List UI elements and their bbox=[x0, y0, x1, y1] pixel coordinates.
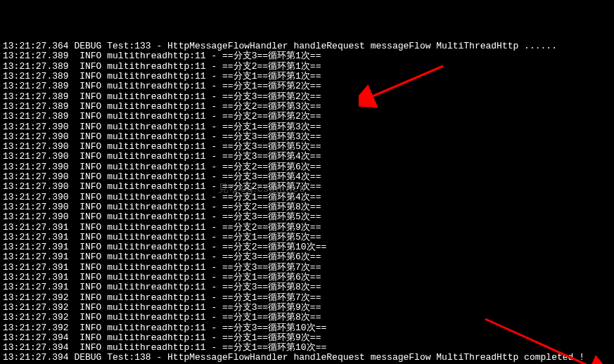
log-line: 13:21:27.390 INFO multithreadhttp:11 - =… bbox=[3, 152, 611, 162]
log-line: 13:21:27.390 INFO multithreadhttp:11 - =… bbox=[3, 182, 611, 192]
log-line: 13:21:27.389 INFO multithreadhttp:11 - =… bbox=[3, 51, 611, 61]
log-line: 13:21:27.391 INFO multithreadhttp:11 - =… bbox=[3, 252, 611, 262]
log-line: 13:21:27.389 INFO multithreadhttp:11 - =… bbox=[3, 72, 611, 82]
log-line: 13:21:27.391 INFO multithreadhttp:11 - =… bbox=[3, 233, 611, 242]
log-line: 13:21:27.391 INFO multithreadhttp:11 - =… bbox=[3, 242, 611, 252]
log-output: 13:21:27.364 DEBUG Test:133 - HttpMessag… bbox=[0, 40, 614, 364]
log-line: 13:21:27.390 INFO multithreadhttp:11 - =… bbox=[3, 202, 611, 212]
log-line: 13:21:27.391 INFO multithreadhttp:11 - =… bbox=[3, 223, 611, 233]
log-line: 13:21:27.391 INFO multithreadhttp:11 - =… bbox=[3, 263, 611, 273]
log-line: 13:21:27.394 INFO multithreadhttp:11 - =… bbox=[3, 343, 611, 353]
log-line: 13:21:27.394 INFO multithreadhttp:11 - =… bbox=[3, 333, 611, 343]
log-line: 13:21:27.390 INFO multithreadhttp:11 - =… bbox=[3, 193, 611, 202]
log-line: 13:21:27.392 INFO multithreadhttp:11 - =… bbox=[3, 293, 611, 303]
log-line: 13:21:27.390 INFO multithreadhttp:11 - =… bbox=[3, 162, 611, 172]
log-line: 13:21:27.389 INFO multithreadhttp:11 - =… bbox=[3, 102, 611, 112]
log-line: 13:21:27.391 INFO multithreadhttp:11 - =… bbox=[3, 273, 611, 282]
log-line: 13:21:27.364 DEBUG Test:133 - HttpMessag… bbox=[3, 41, 611, 51]
log-line: 13:21:27.394 DEBUG Test:138 - HttpMessag… bbox=[3, 353, 611, 363]
log-line: 13:21:27.390 INFO multithreadhttp:11 - =… bbox=[3, 212, 611, 222]
log-line: 13:21:27.391 INFO multithreadhttp:11 - =… bbox=[3, 282, 611, 292]
log-line: 13:21:27.390 INFO multithreadhttp:11 - =… bbox=[3, 142, 611, 152]
log-line: 13:21:27.392 INFO multithreadhttp:11 - =… bbox=[3, 303, 611, 313]
log-line: 13:21:27.389 INFO multithreadhttp:11 - =… bbox=[3, 92, 611, 102]
log-line: 13:21:27.389 INFO multithreadhttp:11 - =… bbox=[3, 112, 611, 122]
log-line: 13:21:27.390 INFO multithreadhttp:11 - =… bbox=[3, 122, 611, 132]
log-line: 13:21:27.390 INFO multithreadhttp:11 - =… bbox=[3, 172, 611, 182]
log-line: 13:21:27.392 INFO multithreadhttp:11 - =… bbox=[3, 323, 611, 333]
log-line: 13:21:27.389 INFO multithreadhttp:11 - =… bbox=[3, 62, 611, 72]
log-line: 13:21:27.389 INFO multithreadhttp:11 - =… bbox=[3, 82, 611, 91]
log-line: 13:21:27.392 INFO multithreadhttp:11 - =… bbox=[3, 313, 611, 323]
log-line: 13:21:27.390 INFO multithreadhttp:11 - =… bbox=[3, 132, 611, 142]
